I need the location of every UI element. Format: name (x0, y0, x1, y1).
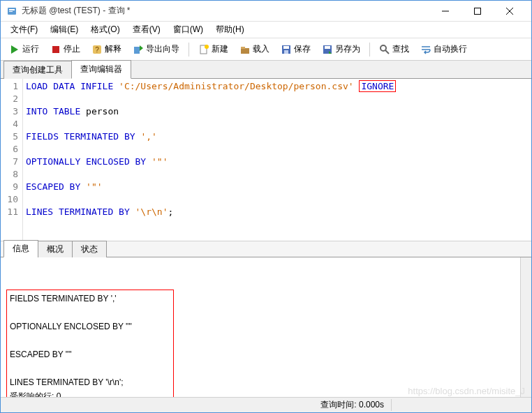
stop-button[interactable]: 停止 (46, 40, 84, 58)
svg-rect-20 (325, 46, 330, 49)
new-icon (198, 44, 209, 55)
tab-query-editor[interactable]: 查询编辑器 (71, 60, 131, 79)
explain-button[interactable]: ?解释 (87, 40, 126, 58)
svg-point-13 (205, 45, 209, 49)
menu-format[interactable]: 格式(O) (85, 22, 125, 38)
svg-rect-15 (241, 47, 245, 49)
save-label: 保存 (294, 43, 311, 55)
svg-point-21 (380, 45, 386, 51)
toolbar-separator (369, 43, 370, 57)
tab-profile[interactable]: 概况 (38, 241, 73, 257)
close-button[interactable] (494, 1, 526, 22)
save-as-label: 另存为 (335, 43, 360, 55)
stop-icon (50, 44, 61, 55)
save-as-icon (322, 44, 333, 55)
svg-rect-11 (134, 47, 140, 54)
wrap-icon (420, 44, 431, 55)
svg-rect-4 (475, 8, 481, 14)
scrollbar[interactable] (520, 257, 531, 397)
svg-text:?: ? (95, 46, 99, 54)
auto-wrap-button[interactable]: 自动换行 (416, 40, 471, 58)
titlebar: 无标题 @test (TEST) - 查询 * (1, 1, 531, 22)
run-button[interactable]: 运行 (5, 40, 43, 58)
app-icon (6, 6, 17, 17)
load-label: 载入 (253, 43, 269, 55)
svg-marker-7 (11, 45, 18, 54)
run-label: 运行 (22, 43, 39, 55)
export-wizard-button[interactable]: 导出向导 (128, 40, 184, 58)
load-icon (239, 44, 251, 55)
svg-rect-14 (241, 48, 249, 54)
svg-rect-2 (9, 11, 13, 12)
menu-help[interactable]: 帮助(H) (210, 22, 250, 38)
save-button[interactable]: 保存 (276, 40, 315, 58)
menu-view[interactable]: 查看(V) (127, 22, 166, 38)
search-icon (379, 44, 390, 55)
new-label: 新建 (212, 43, 228, 55)
export-icon (133, 44, 144, 55)
ignore-keyword-highlight: IGNORE (359, 80, 396, 92)
window-title: 无标题 @test (TEST) - 查询 * (22, 5, 429, 17)
svg-rect-17 (283, 46, 289, 49)
find-label: 查找 (392, 43, 409, 55)
explain-label: 解释 (105, 43, 121, 55)
toolbar: 运行 停止 ?解释 导出向导 新建 载入 保存 另存为 查找 自动换行 (1, 38, 531, 61)
results-pane: FIELDS TERMINATED BY ',' OPTIONALLY ENCL… (1, 257, 531, 397)
status-query-time: 查询时间: 0.000s (313, 399, 392, 411)
results-tabs: 信息 概况 状态 (1, 241, 531, 257)
menu-window[interactable]: 窗口(W) (168, 22, 209, 38)
play-icon (9, 44, 20, 55)
svg-line-22 (385, 50, 389, 54)
load-button[interactable]: 载入 (235, 40, 274, 58)
maximize-button[interactable] (461, 1, 494, 22)
toolbar-separator (189, 43, 189, 57)
results-highlight-box: FIELDS TERMINATED BY ',' OPTIONALLY ENCL… (6, 290, 174, 397)
save-as-button[interactable]: 另存为 (318, 40, 364, 58)
wrap-label: 自动换行 (434, 43, 467, 55)
menu-file[interactable]: 文件(F) (5, 22, 43, 38)
line-gutter: 1234567891011 (1, 79, 23, 241)
stop-label: 停止 (64, 43, 80, 55)
svg-rect-18 (284, 50, 288, 54)
save-icon (281, 44, 292, 55)
svg-rect-1 (9, 9, 15, 10)
statusbar: 查询时间: 0.000s (1, 397, 531, 412)
menu-edit[interactable]: 编辑(E) (45, 22, 84, 38)
new-button[interactable]: 新建 (194, 40, 232, 58)
svg-rect-8 (52, 46, 59, 53)
explain-icon: ? (91, 44, 103, 55)
editor-tabs: 查询创建工具 查询编辑器 (1, 61, 531, 79)
results-content[interactable]: FIELDS TERMINATED BY ',' OPTIONALLY ENCL… (1, 257, 520, 397)
find-button[interactable]: 查找 (375, 40, 413, 58)
export-label: 导出向导 (146, 43, 179, 55)
code-content[interactable]: LOAD DATA INFILE 'C:/Users/Administrator… (23, 79, 531, 241)
minimize-button[interactable] (429, 1, 461, 22)
tab-query-builder[interactable]: 查询创建工具 (3, 61, 72, 79)
menubar: 文件(F) 编辑(E) 格式(O) 查看(V) 窗口(W) 帮助(H) (1, 22, 531, 38)
tab-info[interactable]: 信息 (3, 240, 38, 257)
tab-status[interactable]: 状态 (72, 241, 107, 257)
code-editor[interactable]: 1234567891011 LOAD DATA INFILE 'C:/Users… (1, 79, 531, 241)
window-controls (429, 1, 526, 22)
